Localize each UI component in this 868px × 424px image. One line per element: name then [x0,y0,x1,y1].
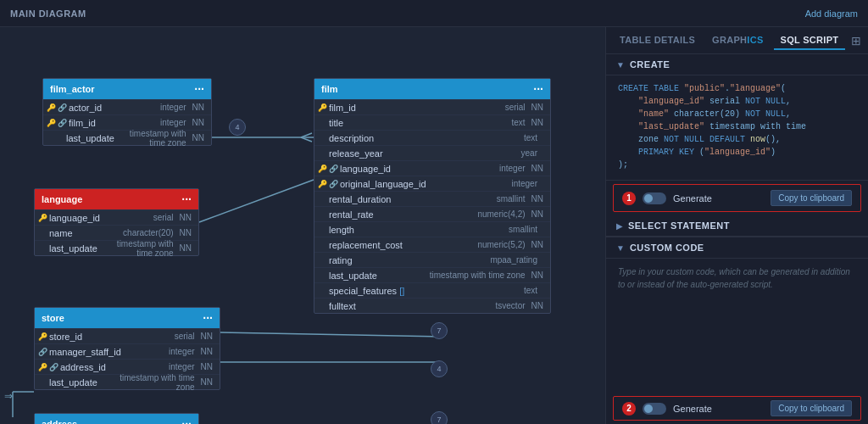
table-address-header[interactable]: address ··· [35,414,198,424]
toggle-thumb-2 [644,404,653,413]
table-film-actor-name: film_actor [50,84,95,94]
generate-row-2[interactable]: 2 Generate Copy to clipboard [613,396,861,421]
table-row: replacement_cost numeric(5,2) NN [314,237,550,252]
chevron-right-icon: ▶ [616,221,623,231]
tab-table-details[interactable]: TABLE DETAILS [613,31,702,50]
fk-icon: 🔗 [58,119,66,127]
spacer-icon [318,271,326,280]
table-row: 🔑 🔗 film_id integer NN [43,114,211,130]
generate-toggle-2[interactable] [643,403,666,415]
sql-panel[interactable]: ▼ CREATE CREATE TABLE "public"."language… [606,54,868,394]
svg-line-6 [301,133,312,137]
table-row: last_update timestamp with time zone NN [35,240,198,255]
table-row: rating mpaa_rating [314,252,550,267]
table-row: 🔗 manager_staff_id integer NN [35,343,220,359]
spacer-icon [318,302,326,310]
table-address-name: address [42,419,77,424]
table-address[interactable]: address ··· [34,413,199,424]
copy-button-2[interactable]: Copy to clipboard [771,400,852,416]
table-row: last_update timestamp with time zone NN [43,130,211,145]
spacer-icon [47,134,64,142]
fk-icon: 🔗 [58,103,66,112]
pk-icon: 🔑 [318,180,326,188]
table-store-name: store [42,313,64,323]
table-store-menu[interactable]: ··· [203,311,213,325]
pk-icon: 🔑 [38,214,47,222]
table-row: 🔑 🔗 original_language_id integer [314,176,550,191]
table-address-menu[interactable]: ··· [181,417,192,424]
spacer-icon [318,119,326,127]
table-language-header[interactable]: language ··· [35,189,198,209]
select-section-header[interactable]: ▶ SELECT STATEMENT [606,215,868,237]
fk-icon: 🔗 [49,363,58,371]
graphics-highlight: ICS [747,35,763,45]
copy-button-1[interactable]: Copy to clipboard [771,190,852,206]
connection-circle-2: 7 [431,322,448,339]
table-row: title text NN [314,114,550,130]
chevron-down-icon-2: ▼ [616,243,625,253]
table-store[interactable]: store ··· 🔑 store_id serial NN 🔗 manager… [34,307,220,390]
table-row: rental_duration smallint NN [314,191,550,206]
pk-icon: 🔑 [38,363,47,371]
tab-sql-script[interactable]: SQL SCRIPT [774,31,846,50]
spacer-icon [318,149,326,158]
toggle-track-1[interactable] [643,192,666,204]
right-panel: TABLE DETAILS GRAPHICS SQL SCRIPT ⊞ ▼ CR… [605,27,868,424]
fk-icon: 🔗 [329,180,337,188]
top-bar: MAIN DIAGRAM Add diagram [0,0,868,27]
table-row: fulltext tsvector NN [314,298,550,313]
table-language[interactable]: language ··· 🔑 language_id serial NN nam… [34,188,199,256]
fk-icon: 🔗 [329,165,337,173]
connection-circle-3: 4 [431,360,448,377]
create-section-header[interactable]: ▼ CREATE [606,54,868,75]
spacer-icon [318,195,326,204]
table-film-menu[interactable]: ··· [533,82,543,96]
table-row: last_update timestamp with time zone NN [314,267,550,282]
svg-line-7 [301,137,312,142]
table-film[interactable]: film ··· 🔑 film_id serial NN title text … [314,78,551,314]
create-code-block: CREATE TABLE "public"."language"( "langu… [606,75,868,181]
spacer-icon [318,256,326,265]
pk-icon: 🔑 [47,119,55,127]
table-language-menu[interactable]: ··· [181,192,192,206]
custom-section-header[interactable]: ▼ CUSTOM CODE [606,237,868,259]
right-tabs: TABLE DETAILS GRAPHICS SQL SCRIPT ⊞ [606,27,868,54]
generate-label-1: Generate [673,193,764,204]
toggle-track-2[interactable] [643,403,666,415]
select-section: ▶ SELECT STATEMENT [606,215,868,237]
custom-code-placeholder: Type in your custom code, which can be g… [606,259,868,298]
add-diagram-button[interactable]: Add diagram [805,8,858,19]
table-film-name: film [321,84,338,94]
generate-toggle-1[interactable] [643,192,666,204]
split-view-icon[interactable]: ⊞ [851,34,861,47]
table-row: 🔑 language_id serial NN [35,209,198,225]
pk-icon: 🔑 [47,103,55,112]
table-row: 🔑 🔗 address_id integer NN [35,359,220,374]
diagram-title: MAIN DIAGRAM [10,8,86,19]
table-film-header[interactable]: film ··· [314,79,550,99]
spacer-icon [318,210,326,219]
table-row: special_features [] text [314,282,550,298]
diagram-canvas[interactable]: film_actor ··· 🔑 🔗 actor_id integer NN 🔑… [0,27,605,424]
svg-line-2 [220,332,441,337]
table-row: release_year year [314,145,550,160]
chevron-down-icon: ▼ [616,60,625,70]
spacer-icon [318,241,326,249]
connection-circle-4: 7 [431,411,448,424]
table-row: 🔑 store_id serial NN [35,328,220,343]
tab-graphics[interactable]: GRAPHICS [705,31,770,50]
table-row: 🔑 🔗 language_id integer NN [314,160,550,176]
select-section-title: SELECT STATEMENT [628,220,730,231]
pk-icon: 🔑 [318,103,326,112]
table-film-actor-header[interactable]: film_actor ··· [43,79,211,99]
table-film-actor-menu[interactable]: ··· [194,82,204,96]
generate-row-1[interactable]: 1 Generate Copy to clipboard [613,184,861,212]
toggle-thumb-1 [644,194,653,203]
table-row: 🔑 film_id serial NN [314,99,550,114]
table-row: description text [314,130,550,145]
connection-circle-1: 4 [229,119,246,136]
table-store-header[interactable]: store ··· [35,308,220,328]
fk-icon: 🔗 [38,348,47,356]
create-section-title: CREATE [630,59,670,70]
table-film-actor[interactable]: film_actor ··· 🔑 🔗 actor_id integer NN 🔑… [42,78,212,146]
